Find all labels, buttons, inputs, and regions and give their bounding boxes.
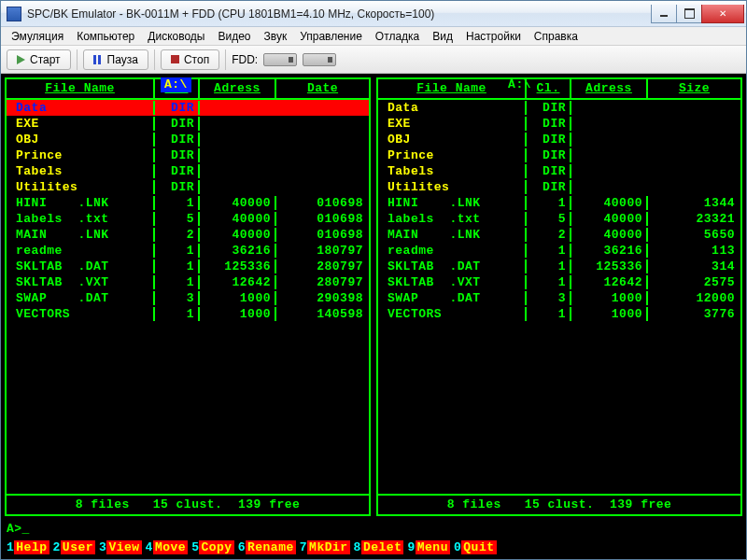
col-adr: Adress: [200, 79, 276, 98]
menu-звук[interactable]: Звук: [258, 28, 294, 45]
fkey-delet[interactable]: 8Delet: [354, 540, 408, 555]
left-panel[interactable]: A:\ File Name Cl. Adress Date DataDIREXE…: [5, 77, 371, 516]
fkey-user[interactable]: 2User: [53, 540, 100, 555]
pause-icon: [93, 55, 103, 64]
file-row[interactable]: SWAP .DAT3100012000: [378, 290, 740, 306]
file-row[interactable]: MAIN .LNK240000010698: [7, 227, 369, 243]
fkey-mkdir[interactable]: 7MkDir: [300, 540, 354, 555]
file-row[interactable]: MAIN .LNK2400005650: [378, 227, 740, 243]
fkey-quit[interactable]: 0Quit: [454, 540, 500, 555]
stop-icon: [171, 55, 179, 63]
file-row[interactable]: DataDIR: [378, 100, 740, 116]
file-row[interactable]: SKLTAB .DAT1125336314: [378, 259, 740, 274]
file-row[interactable]: labels .txt54000023321: [378, 211, 740, 227]
file-row[interactable]: OBJDIR: [7, 132, 369, 147]
function-keys: 1Help2User3View4Move5Copy6Rename7MkDir8D…: [5, 540, 742, 555]
menu-дисководы[interactable]: Дисководы: [141, 28, 211, 45]
menu-вид[interactable]: Вид: [426, 28, 459, 45]
col-name: File Name: [7, 79, 155, 98]
fkey-help[interactable]: 1Help: [7, 540, 53, 555]
file-row[interactable]: PrinceDIR: [378, 147, 740, 163]
col-adr: Adress: [571, 79, 648, 98]
titlebar[interactable]: SPC/BK Emulator - BK-0011M + FDD (CPU 18…: [1, 1, 746, 27]
minimize-button[interactable]: [651, 5, 677, 23]
right-drive-label: A:\: [504, 77, 535, 92]
right-panel[interactable]: A:\ File Name Cl. Adress Size DataDIREXE…: [376, 77, 742, 516]
right-footer: 8 files 15 clust. 139 free: [378, 494, 740, 514]
file-row[interactable]: UtilitesDIR: [7, 179, 369, 195]
file-row[interactable]: HINI .LNK1400001344: [378, 195, 740, 211]
fdd-drive-b-icon[interactable]: [303, 53, 336, 66]
right-header: File Name Cl. Adress Size: [378, 79, 740, 100]
menu-настройки[interactable]: Настройки: [459, 28, 528, 45]
fkey-menu[interactable]: 9Menu: [407, 540, 454, 555]
window-title: SPC/BK Emulator - BK-0011M + FDD (CPU 18…: [27, 7, 652, 21]
file-row[interactable]: SKLTAB .VXT112642280797: [7, 274, 369, 290]
file-row[interactable]: EXEDIR: [378, 116, 740, 132]
left-drive-label: A:\: [161, 77, 191, 92]
file-row[interactable]: readme136216113: [378, 243, 740, 259]
fkey-copy[interactable]: 5Copy: [191, 540, 238, 555]
command-prompt[interactable]: A>_: [5, 522, 742, 537]
maximize-button[interactable]: [676, 5, 702, 23]
start-button[interactable]: Старт: [7, 49, 71, 70]
file-row[interactable]: VECTORS11000140598: [7, 306, 369, 322]
fdd-label: FDD:: [232, 53, 258, 66]
file-row[interactable]: EXEDIR: [7, 116, 369, 132]
menu-компьютер[interactable]: Компьютер: [70, 28, 141, 45]
close-button[interactable]: [701, 5, 744, 23]
menu-видео[interactable]: Видео: [211, 28, 257, 45]
file-row[interactable]: TabelsDIR: [7, 163, 369, 179]
toolbar: Старт Пауза Стоп FDD:: [1, 46, 746, 74]
emulator-screen[interactable]: A:\ File Name Cl. Adress Date DataDIREXE…: [1, 74, 746, 559]
file-row[interactable]: VECTORS110003776: [378, 306, 740, 322]
fdd-drive-a-icon[interactable]: [263, 53, 297, 66]
fkey-move[interactable]: 4Move: [146, 540, 192, 555]
menu-управление[interactable]: Управление: [293, 28, 369, 45]
file-row[interactable]: labels .txt540000010698: [7, 211, 369, 227]
right-file-list[interactable]: DataDIREXEDIROBJDIRPrinceDIRTabelsDIRUti…: [378, 100, 740, 494]
file-row[interactable]: OBJDIR: [378, 132, 740, 147]
file-row[interactable]: SKLTAB .DAT1125336280797: [7, 259, 369, 274]
play-icon: [17, 55, 25, 64]
file-row[interactable]: readme136216180797: [7, 243, 369, 259]
app-window: SPC/BK Emulator - BK-0011M + FDD (CPU 18…: [0, 0, 747, 560]
col-size: Size: [648, 79, 740, 98]
toolbar-separator: [225, 49, 226, 70]
pause-label: Пауза: [107, 53, 138, 66]
col-date: Date: [276, 79, 369, 98]
fkey-rename[interactable]: 6Rename: [238, 540, 300, 555]
window-controls: [652, 5, 744, 23]
toolbar-separator: [154, 49, 155, 70]
file-row[interactable]: UtilitesDIR: [378, 179, 740, 195]
left-file-list[interactable]: DataDIREXEDIROBJDIRPrinceDIRTabelsDIRUti…: [7, 100, 369, 494]
fkey-view[interactable]: 3View: [99, 540, 146, 555]
toolbar-separator: [77, 49, 78, 70]
left-footer: 8 files 15 clust. 139 free: [7, 494, 369, 514]
app-icon: [7, 7, 21, 21]
menubar: ЭмуляцияКомпьютерДисководыВидеоЗвукУправ…: [1, 27, 746, 46]
menu-отладка[interactable]: Отладка: [369, 28, 426, 45]
file-row[interactable]: SWAP .DAT31000290398: [7, 290, 369, 306]
menu-справка[interactable]: Справка: [528, 28, 585, 45]
stop-label: Стоп: [184, 53, 209, 66]
menu-эмуляция[interactable]: Эмуляция: [5, 28, 70, 45]
stop-button[interactable]: Стоп: [161, 49, 219, 70]
file-row[interactable]: TabelsDIR: [378, 163, 740, 179]
file-row[interactable]: SKLTAB .VXT1126422575: [378, 274, 740, 290]
file-row[interactable]: DataDIR: [7, 100, 369, 116]
start-label: Старт: [30, 53, 61, 66]
file-row[interactable]: HINI .LNK140000010698: [7, 195, 369, 211]
pause-button[interactable]: Пауза: [83, 49, 148, 70]
file-row[interactable]: PrinceDIR: [7, 147, 369, 163]
